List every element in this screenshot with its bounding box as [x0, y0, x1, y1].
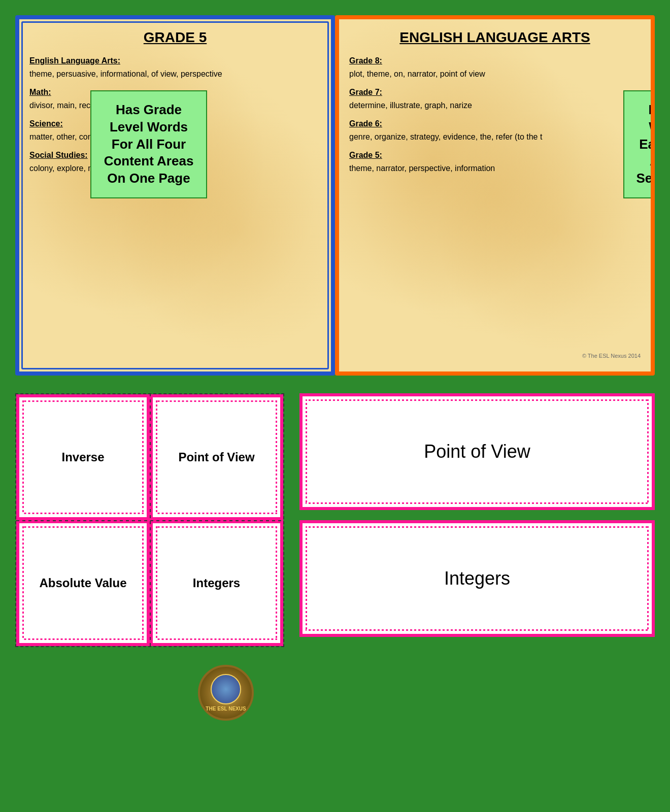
flashcard-inverse[interactable]: Inverse	[16, 394, 150, 520]
vocab-popup: Has Vocab Words For Each Content Area On…	[623, 90, 655, 198]
flashcard-absolute-value[interactable]: Absolute Value	[16, 520, 150, 646]
flashcard-large-stack: Point of View Integers	[299, 393, 655, 637]
logo-text: THE ESL NEXUS	[206, 706, 246, 712]
bottom-section: Inverse Point of View Absolute Value Int…	[0, 386, 670, 812]
flashcard-point-of-view[interactable]: Point of View	[150, 394, 283, 520]
flashcard-abs-text: Absolute Value	[39, 576, 126, 590]
flashcard-large-pov[interactable]: Point of View	[299, 393, 655, 510]
logo-globe	[211, 674, 241, 704]
flashcard-large-integers[interactable]: Integers	[299, 520, 655, 637]
flashcard-large-int-text: Integers	[444, 568, 510, 589]
grade-level-popup: Has Grade Level Words For All Four Conte…	[90, 90, 207, 198]
top-section: GRADE 5 English Language Arts: theme, pe…	[0, 0, 670, 386]
grade5-label: Grade 5:	[349, 149, 641, 161]
grade-level-popup-text: Has Grade Level Words For All Four Conte…	[104, 102, 194, 186]
grade5-title: GRADE 5	[29, 29, 321, 46]
grade5-panel: GRADE 5 English Language Arts: theme, pe…	[15, 15, 335, 376]
grade6-title: Grade 6:	[349, 118, 641, 130]
ela-title: English Language Arts:	[29, 55, 321, 67]
ela-panel: ENGLISH LANGUAGE ARTS Grade 8: plot, the…	[335, 15, 655, 376]
ela-panel-content: Grade 8: plot, theme, on, narrator, poin…	[349, 55, 641, 175]
flashcard-int-small-text: Integers	[193, 576, 240, 590]
flashcard-integers-small[interactable]: Integers	[150, 520, 283, 646]
vocab-popup-text: Has Vocab Words For Each Content Area On…	[636, 102, 655, 186]
flashcard-large-pov-text: Point of View	[424, 441, 530, 462]
grade7-title: Grade 7:	[349, 86, 641, 98]
flashcard-inverse-text: Inverse	[61, 450, 104, 464]
flashcard-grid: Inverse Point of View Absolute Value Int…	[15, 393, 284, 647]
ela-panel-title: ENGLISH LANGUAGE ARTS	[349, 29, 641, 46]
grade8-title: Grade 8:	[349, 55, 641, 67]
copyright-text: © The ESL Nexus 2014	[582, 353, 641, 359]
esl-nexus-logo: THE ESL NEXUS	[198, 665, 254, 721]
grid-divider-vertical	[150, 394, 151, 646]
panel-inner-right: ENGLISH LANGUAGE ARTS Grade 8: plot, the…	[349, 29, 641, 175]
flashcard-pov-text: Point of View	[178, 450, 254, 464]
